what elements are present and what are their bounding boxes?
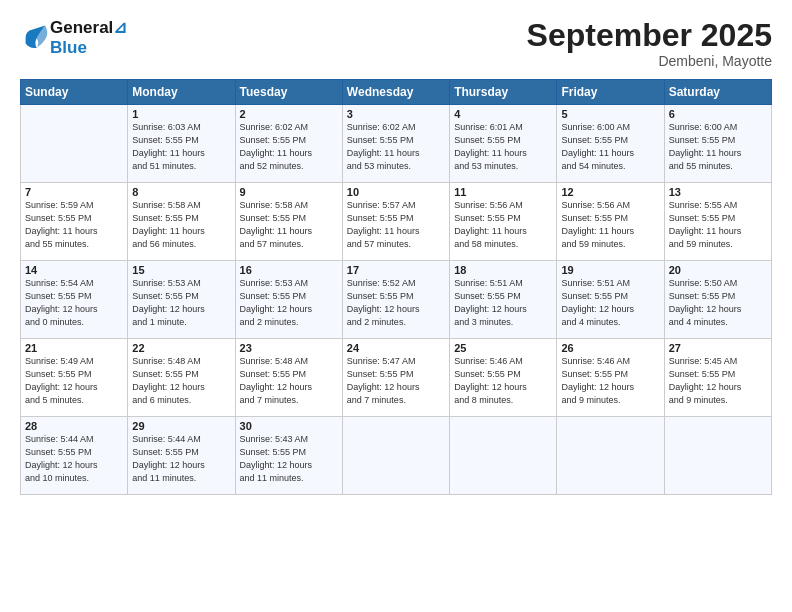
day-number: 3	[347, 108, 445, 120]
day-number: 18	[454, 264, 552, 276]
day-number: 29	[132, 420, 230, 432]
day-number: 12	[561, 186, 659, 198]
day-number: 14	[25, 264, 123, 276]
calendar-cell: 18Sunrise: 5:51 AMSunset: 5:55 PMDayligh…	[450, 261, 557, 339]
logo: General⊿ Blue	[20, 18, 127, 57]
day-info: Sunrise: 5:51 AMSunset: 5:55 PMDaylight:…	[454, 277, 552, 329]
calendar-cell: 15Sunrise: 5:53 AMSunset: 5:55 PMDayligh…	[128, 261, 235, 339]
day-info: Sunrise: 6:00 AMSunset: 5:55 PMDaylight:…	[669, 121, 767, 173]
calendar-week-4: 21Sunrise: 5:49 AMSunset: 5:55 PMDayligh…	[21, 339, 772, 417]
calendar-cell: 30Sunrise: 5:43 AMSunset: 5:55 PMDayligh…	[235, 417, 342, 495]
day-info: Sunrise: 5:54 AMSunset: 5:55 PMDaylight:…	[25, 277, 123, 329]
day-info: Sunrise: 5:56 AMSunset: 5:55 PMDaylight:…	[561, 199, 659, 251]
calendar-cell: 10Sunrise: 5:57 AMSunset: 5:55 PMDayligh…	[342, 183, 449, 261]
calendar-cell: 25Sunrise: 5:46 AMSunset: 5:55 PMDayligh…	[450, 339, 557, 417]
day-number: 15	[132, 264, 230, 276]
logo-line2: Blue	[50, 38, 127, 58]
calendar-cell: 9Sunrise: 5:58 AMSunset: 5:55 PMDaylight…	[235, 183, 342, 261]
calendar-cell: 14Sunrise: 5:54 AMSunset: 5:55 PMDayligh…	[21, 261, 128, 339]
day-info: Sunrise: 5:46 AMSunset: 5:55 PMDaylight:…	[561, 355, 659, 407]
day-info: Sunrise: 5:48 AMSunset: 5:55 PMDaylight:…	[240, 355, 338, 407]
day-info: Sunrise: 6:01 AMSunset: 5:55 PMDaylight:…	[454, 121, 552, 173]
day-info: Sunrise: 6:03 AMSunset: 5:55 PMDaylight:…	[132, 121, 230, 173]
calendar-table: SundayMondayTuesdayWednesdayThursdayFrid…	[20, 79, 772, 495]
calendar-cell: 8Sunrise: 5:58 AMSunset: 5:55 PMDaylight…	[128, 183, 235, 261]
day-info: Sunrise: 5:53 AMSunset: 5:55 PMDaylight:…	[132, 277, 230, 329]
day-info: Sunrise: 5:52 AMSunset: 5:55 PMDaylight:…	[347, 277, 445, 329]
day-number: 21	[25, 342, 123, 354]
day-number: 9	[240, 186, 338, 198]
col-header-sunday: Sunday	[21, 80, 128, 105]
calendar-cell: 20Sunrise: 5:50 AMSunset: 5:55 PMDayligh…	[664, 261, 771, 339]
calendar-cell: 22Sunrise: 5:48 AMSunset: 5:55 PMDayligh…	[128, 339, 235, 417]
page: General⊿ Blue September 2025 Dembeni, Ma…	[0, 0, 792, 612]
day-number: 6	[669, 108, 767, 120]
calendar-week-2: 7Sunrise: 5:59 AMSunset: 5:55 PMDaylight…	[21, 183, 772, 261]
day-number: 5	[561, 108, 659, 120]
day-number: 24	[347, 342, 445, 354]
day-info: Sunrise: 5:47 AMSunset: 5:55 PMDaylight:…	[347, 355, 445, 407]
day-info: Sunrise: 5:50 AMSunset: 5:55 PMDaylight:…	[669, 277, 767, 329]
day-number: 10	[347, 186, 445, 198]
col-header-saturday: Saturday	[664, 80, 771, 105]
day-number: 27	[669, 342, 767, 354]
day-info: Sunrise: 6:00 AMSunset: 5:55 PMDaylight:…	[561, 121, 659, 173]
calendar-cell: 3Sunrise: 6:02 AMSunset: 5:55 PMDaylight…	[342, 105, 449, 183]
day-number: 22	[132, 342, 230, 354]
calendar-cell: 21Sunrise: 5:49 AMSunset: 5:55 PMDayligh…	[21, 339, 128, 417]
day-number: 26	[561, 342, 659, 354]
calendar-cell: 1Sunrise: 6:03 AMSunset: 5:55 PMDaylight…	[128, 105, 235, 183]
calendar-cell: 23Sunrise: 5:48 AMSunset: 5:55 PMDayligh…	[235, 339, 342, 417]
calendar-week-3: 14Sunrise: 5:54 AMSunset: 5:55 PMDayligh…	[21, 261, 772, 339]
col-header-monday: Monday	[128, 80, 235, 105]
col-header-friday: Friday	[557, 80, 664, 105]
day-info: Sunrise: 6:02 AMSunset: 5:55 PMDaylight:…	[347, 121, 445, 173]
day-number: 30	[240, 420, 338, 432]
day-info: Sunrise: 5:44 AMSunset: 5:55 PMDaylight:…	[132, 433, 230, 485]
day-number: 13	[669, 186, 767, 198]
day-number: 20	[669, 264, 767, 276]
calendar-cell	[664, 417, 771, 495]
day-info: Sunrise: 5:44 AMSunset: 5:55 PMDaylight:…	[25, 433, 123, 485]
day-info: Sunrise: 5:43 AMSunset: 5:55 PMDaylight:…	[240, 433, 338, 485]
col-header-thursday: Thursday	[450, 80, 557, 105]
day-info: Sunrise: 5:46 AMSunset: 5:55 PMDaylight:…	[454, 355, 552, 407]
calendar-cell	[557, 417, 664, 495]
day-info: Sunrise: 5:59 AMSunset: 5:55 PMDaylight:…	[25, 199, 123, 251]
calendar-cell	[342, 417, 449, 495]
calendar-cell: 16Sunrise: 5:53 AMSunset: 5:55 PMDayligh…	[235, 261, 342, 339]
calendar-cell: 13Sunrise: 5:55 AMSunset: 5:55 PMDayligh…	[664, 183, 771, 261]
day-number: 11	[454, 186, 552, 198]
calendar-cell: 29Sunrise: 5:44 AMSunset: 5:55 PMDayligh…	[128, 417, 235, 495]
day-info: Sunrise: 5:55 AMSunset: 5:55 PMDaylight:…	[669, 199, 767, 251]
day-info: Sunrise: 5:45 AMSunset: 5:55 PMDaylight:…	[669, 355, 767, 407]
day-number: 4	[454, 108, 552, 120]
calendar-cell: 11Sunrise: 5:56 AMSunset: 5:55 PMDayligh…	[450, 183, 557, 261]
logo-text-block: General⊿ Blue	[50, 18, 127, 57]
calendar-cell: 12Sunrise: 5:56 AMSunset: 5:55 PMDayligh…	[557, 183, 664, 261]
day-info: Sunrise: 5:51 AMSunset: 5:55 PMDaylight:…	[561, 277, 659, 329]
calendar-cell: 19Sunrise: 5:51 AMSunset: 5:55 PMDayligh…	[557, 261, 664, 339]
calendar-cell: 27Sunrise: 5:45 AMSunset: 5:55 PMDayligh…	[664, 339, 771, 417]
calendar-cell	[450, 417, 557, 495]
header: General⊿ Blue September 2025 Dembeni, Ma…	[20, 18, 772, 69]
calendar-cell: 26Sunrise: 5:46 AMSunset: 5:55 PMDayligh…	[557, 339, 664, 417]
day-info: Sunrise: 6:02 AMSunset: 5:55 PMDaylight:…	[240, 121, 338, 173]
day-number: 8	[132, 186, 230, 198]
day-info: Sunrise: 5:53 AMSunset: 5:55 PMDaylight:…	[240, 277, 338, 329]
calendar-cell: 28Sunrise: 5:44 AMSunset: 5:55 PMDayligh…	[21, 417, 128, 495]
calendar-cell: 4Sunrise: 6:01 AMSunset: 5:55 PMDaylight…	[450, 105, 557, 183]
day-number: 2	[240, 108, 338, 120]
col-header-tuesday: Tuesday	[235, 80, 342, 105]
calendar-header-row: SundayMondayTuesdayWednesdayThursdayFrid…	[21, 80, 772, 105]
location: Dembeni, Mayotte	[527, 53, 772, 69]
calendar-cell: 24Sunrise: 5:47 AMSunset: 5:55 PMDayligh…	[342, 339, 449, 417]
day-number: 28	[25, 420, 123, 432]
title-block: September 2025 Dembeni, Mayotte	[527, 18, 772, 69]
calendar-cell: 7Sunrise: 5:59 AMSunset: 5:55 PMDaylight…	[21, 183, 128, 261]
day-info: Sunrise: 5:49 AMSunset: 5:55 PMDaylight:…	[25, 355, 123, 407]
day-number: 17	[347, 264, 445, 276]
calendar-cell: 5Sunrise: 6:00 AMSunset: 5:55 PMDaylight…	[557, 105, 664, 183]
day-number: 1	[132, 108, 230, 120]
calendar-week-1: 1Sunrise: 6:03 AMSunset: 5:55 PMDaylight…	[21, 105, 772, 183]
